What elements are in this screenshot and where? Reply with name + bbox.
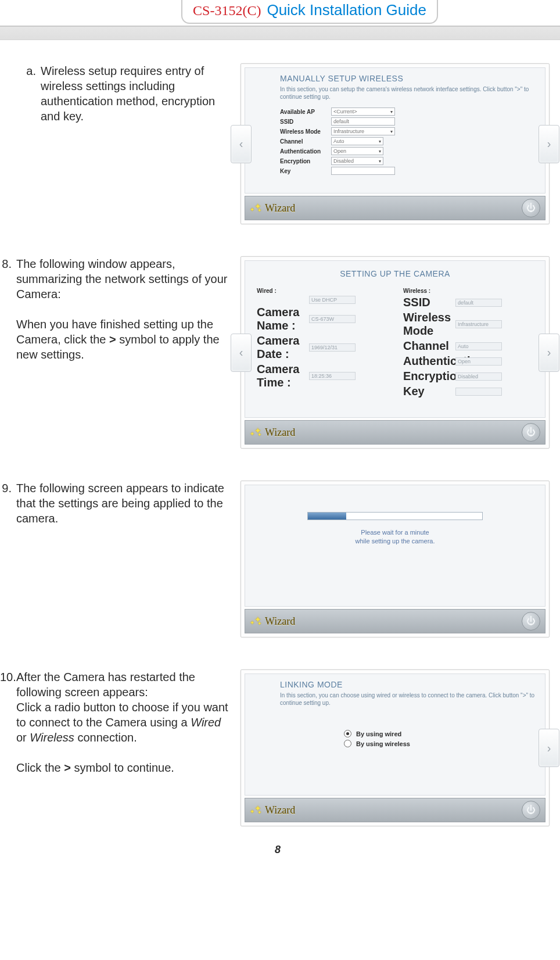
step-8-text: 8. The following window appears, summari…	[7, 256, 234, 362]
chevron-down-icon: ▾	[379, 149, 381, 154]
value	[455, 388, 502, 396]
power-icon: ⏻	[526, 805, 536, 815]
panel-title: SETTING UP THE CAMERA	[257, 269, 533, 278]
stars-icon: ✦✦✦	[250, 804, 263, 816]
step-10-l2e: connection.	[74, 731, 137, 744]
progress-text-2: while setting up the camera.	[253, 537, 537, 546]
model-number: CS-3152(C)	[193, 3, 261, 19]
field-authentication[interactable]: Open▾	[331, 147, 383, 155]
label: Channel	[403, 339, 455, 353]
prev-button[interactable]: ‹	[231, 125, 252, 163]
wizard-logo: ✦✦✦ Wizard	[250, 202, 295, 214]
summary-panel: SETTING UP THE CAMERA Wired : Use DHCP C…	[240, 256, 550, 449]
wizard-text: Wizard	[265, 427, 295, 439]
stars-icon: ✦✦✦	[250, 615, 263, 628]
power-icon: ⏻	[526, 203, 536, 213]
label: Key	[403, 385, 455, 398]
next-button[interactable]: ›	[539, 334, 559, 372]
title-tab: CS-3152(C) Quick Installation Guide	[181, 0, 438, 24]
value: default	[455, 299, 502, 307]
value: Open	[455, 357, 502, 366]
chevron-right-icon: ›	[547, 346, 551, 359]
value: Disabled	[455, 372, 502, 381]
power-icon: ⏻	[526, 616, 536, 626]
wizard-logo: ✦✦✦ Wizard	[250, 804, 295, 816]
power-button[interactable]: ⏻	[522, 423, 540, 442]
stars-icon: ✦✦✦	[250, 202, 263, 214]
stars-icon: ✦✦✦	[250, 426, 263, 439]
wireless-em: Wireless	[30, 731, 74, 744]
label-key: Key	[280, 168, 331, 174]
label: Encryption	[403, 370, 455, 383]
value: Use DHCP	[309, 296, 356, 304]
step-9-body: The following screen appears to indicate…	[16, 481, 234, 526]
power-button[interactable]: ⏻	[522, 199, 540, 217]
field-encryption[interactable]: Disabled▾	[331, 157, 383, 165]
wizard-logo: ✦✦✦ Wizard	[250, 426, 295, 439]
radio-label: By using wired	[356, 730, 401, 737]
wireless-setup-panel: MANUALLY SETUP WIRELESS In this section,…	[240, 63, 550, 224]
value: 1969/12/31	[309, 343, 356, 352]
list-marker: 10.	[0, 669, 12, 685]
label-available-ap: Available AP	[280, 109, 331, 115]
power-icon: ⏻	[526, 427, 536, 438]
chevron-down-icon: ▾	[390, 129, 393, 134]
gt-symbol: >	[109, 333, 116, 346]
value: CS-673W	[309, 315, 356, 323]
field-available-ap[interactable]: <Current>▾	[331, 108, 395, 116]
power-button[interactable]: ⏻	[522, 801, 540, 819]
label: Wireless Mode	[403, 311, 455, 338]
value: Infrastructure	[455, 320, 502, 328]
next-button[interactable]: ›	[539, 125, 559, 163]
label: Authentication	[403, 354, 455, 368]
chevron-left-icon: ‹	[239, 137, 243, 151]
page-number: 8	[7, 844, 548, 856]
label: Camera Date :	[257, 334, 309, 361]
wired-em: Wired	[191, 716, 221, 729]
chevron-right-icon: ›	[547, 137, 551, 151]
panel-footer: ✦✦✦ Wizard ⏻	[245, 798, 545, 822]
field-wireless-mode[interactable]: Infrastructure▾	[331, 127, 395, 135]
radio-icon	[344, 730, 351, 737]
next-button[interactable]: ›	[539, 729, 559, 767]
label-encryption: Encryption	[280, 158, 331, 164]
power-button[interactable]: ⏻	[522, 612, 540, 631]
step-10-text: 10. After the Camera has restarted the f…	[7, 669, 234, 775]
label-channel: Channel	[280, 138, 331, 145]
prev-button[interactable]: ‹	[231, 334, 252, 372]
list-marker: 9.	[0, 481, 12, 496]
wizard-text: Wizard	[265, 615, 295, 628]
value: 18:25:36	[309, 372, 356, 380]
label-wireless-mode: Wireless Mode	[280, 128, 331, 135]
radio-label: By using wireless	[356, 740, 410, 747]
step-10-l2c: or	[16, 731, 30, 744]
list-marker: a.	[22, 63, 36, 78]
panel-title: LINKING MODE	[280, 680, 537, 689]
radio-wireless[interactable]: By using wireless	[344, 740, 537, 747]
panel-footer: ✦✦✦ Wizard ⏻	[245, 609, 545, 633]
chevron-right-icon: ›	[547, 742, 551, 755]
panel-desc: In this section, you can setup the camer…	[280, 85, 533, 101]
radio-wired[interactable]: By using wired	[344, 730, 537, 737]
step-10-l3a: Click the	[16, 761, 64, 774]
label: Camera Name :	[257, 306, 309, 332]
progress-text-1: Please wait for a minute	[253, 528, 537, 537]
step-10-l3c: symbol to continue.	[71, 761, 174, 774]
label-authentication: Authentication	[280, 148, 331, 155]
step-9-text: 9. The following screen appears to indic…	[7, 481, 234, 526]
step-a-body: Wireless setup requires entry of wireles…	[41, 63, 234, 124]
field-ssid[interactable]: default	[331, 117, 395, 126]
value: Auto	[455, 342, 502, 350]
field-channel[interactable]: Auto▾	[331, 137, 383, 145]
panel-title: MANUALLY SETUP WIRELESS	[280, 74, 533, 83]
header-band	[0, 27, 560, 40]
chevron-down-icon: ▾	[379, 139, 381, 144]
progress-panel: Please wait for a minute while setting u…	[240, 481, 550, 637]
field-key[interactable]	[331, 167, 395, 175]
chevron-down-icon: ▾	[390, 109, 393, 114]
progress-bar	[307, 512, 483, 520]
chevron-down-icon: ▾	[379, 159, 381, 164]
list-marker: 8.	[0, 256, 12, 271]
wizard-logo: ✦✦✦ Wizard	[250, 615, 295, 628]
label-ssid: SSID	[280, 119, 331, 125]
